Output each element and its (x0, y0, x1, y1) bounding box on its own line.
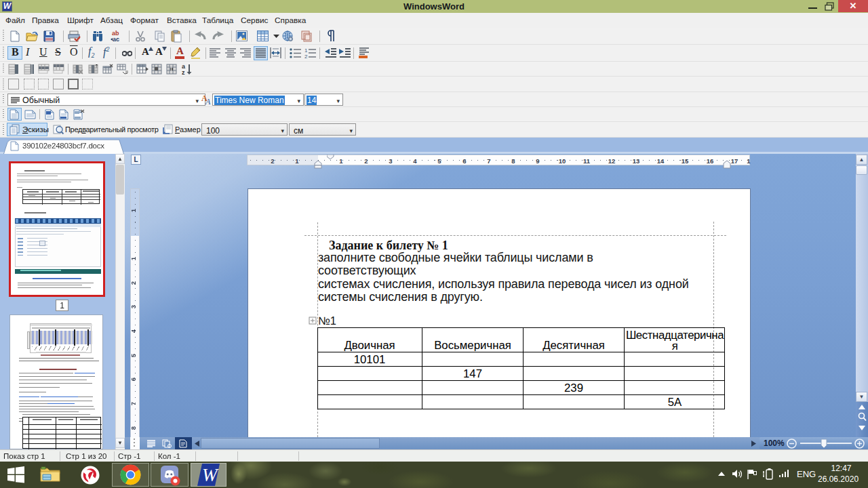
svg-text:1: 1 (304, 47, 308, 54)
svg-text:ac: ac (113, 36, 119, 43)
svg-text:A: A (205, 97, 211, 106)
svg-text:z: z (182, 69, 185, 75)
svg-text:2: 2 (304, 54, 308, 59)
svg-text:W: W (202, 465, 219, 485)
